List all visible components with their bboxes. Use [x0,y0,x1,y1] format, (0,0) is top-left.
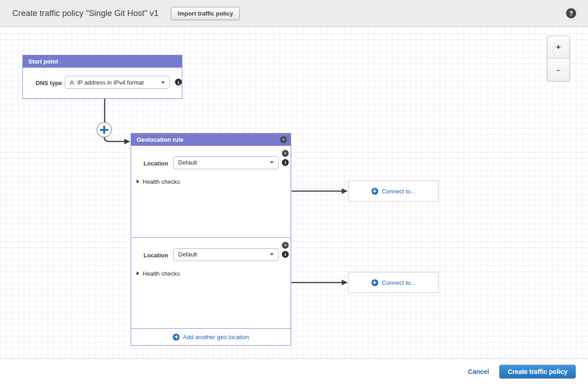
add-another-geo-location[interactable]: Add another geo location [131,328,291,345]
add-branch-icon [97,123,111,137]
zoom-controls: + - [547,36,570,81]
health-checks-toggle[interactable]: Health checks [137,178,180,185]
connect-to-box-2[interactable]: Connect to... [348,272,439,293]
info-icon[interactable] [175,79,182,85]
page-title: Create traffic policy "Single Git Host" … [12,9,159,18]
disclosure-triangle-icon [137,272,139,275]
top-bar: Create traffic policy "Single Git Host" … [0,0,588,27]
connect-to-label: Connect to... [382,279,416,286]
start-point-header: Start point [23,55,182,68]
dns-type-value: A: IP address in IPv4 format [70,79,144,86]
chevron-down-icon [270,161,274,164]
action-bar: Cancel Create traffic policy [0,359,588,384]
location-value: Default [178,159,197,166]
geolocation-rule-header: Geolocation rule [131,133,291,146]
close-icon[interactable] [282,242,289,249]
help-icon[interactable] [566,8,576,18]
chevron-down-icon [270,253,274,256]
connect-to-label: Connect to... [382,188,416,195]
import-traffic-policy-button[interactable]: Import traffic policy [171,7,240,20]
health-checks-toggle[interactable]: Health checks [137,270,180,277]
info-icon[interactable] [282,159,289,166]
start-point-title: Start point [28,58,58,65]
cancel-button[interactable]: Cancel [468,368,489,375]
connect-to-box-1[interactable]: Connect to... [348,181,439,202]
location-dropdown[interactable]: Default [173,248,279,261]
dns-type-label: DNS type [36,80,62,86]
plus-icon [371,279,378,286]
location-value: Default [178,251,197,258]
dns-type-dropdown[interactable]: A: IP address in IPv4 format [65,76,170,89]
location-dropdown[interactable]: Default [173,156,279,169]
geolocation-rule-title: Geolocation rule [137,136,184,143]
info-icon[interactable] [282,251,289,258]
health-checks-label: Health checks [143,270,180,277]
chevron-down-icon [161,81,165,84]
zoom-in-button[interactable]: + [547,36,570,59]
add-another-geo-location-label: Add another geo location [183,334,249,341]
close-icon[interactable] [282,150,289,157]
geo-location-section-2: Location Default Health checks [131,237,291,329]
geo-location-section-1: Location Default Health checks [131,146,291,237]
location-label: Location [143,252,168,259]
geolocation-rule-node: Geolocation rule Location Default Health… [131,133,291,346]
disclosure-triangle-icon [137,180,139,183]
start-point-body: DNS type A: IP address in IPv4 format [23,68,182,99]
zoom-out-button[interactable]: - [547,59,570,81]
policy-editor-canvas[interactable]: + - Start point DNS type A: IP address i… [0,27,588,359]
plus-icon [371,188,378,195]
start-point-node: Start point DNS type A: IP address in IP… [22,55,182,99]
location-label: Location [143,160,168,167]
create-traffic-policy-button[interactable]: Create traffic policy [499,365,576,379]
plus-icon [173,334,180,341]
close-icon[interactable] [280,136,287,143]
health-checks-label: Health checks [143,178,180,185]
